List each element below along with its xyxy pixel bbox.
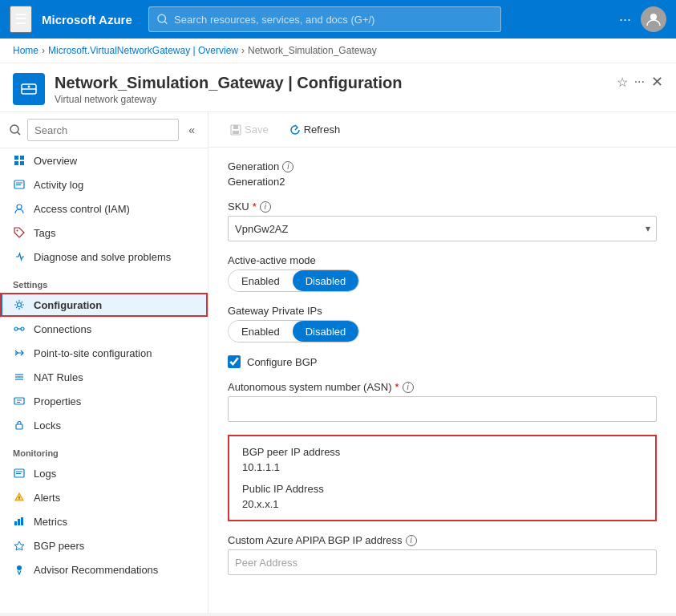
custom-apipa-bgp-input[interactable]: [228, 549, 657, 575]
logs-icon: [13, 467, 26, 480]
sidebar-search-bar: «: [0, 112, 208, 148]
svg-point-18: [14, 327, 18, 330]
page-header-left: Network_Simulation_Gateway | Configurati…: [13, 73, 402, 105]
asn-input[interactable]: 65533: [228, 396, 657, 422]
sidebar-item-locks[interactable]: Locks: [0, 413, 208, 437]
alerts-icon: [13, 491, 26, 504]
svg-point-17: [18, 303, 22, 307]
custom-apipa-bgp-label: Custom Azure APIPA BGP IP address i: [228, 534, 657, 546]
sidebar-item-bgp-peers[interactable]: BGP peers: [0, 533, 208, 557]
configure-bgp-label: Configure BGP: [247, 356, 317, 368]
active-active-disabled-button[interactable]: Disabled: [293, 270, 359, 291]
sidebar-item-connections[interactable]: Connections: [0, 317, 208, 341]
breadcrumb-overview[interactable]: Microsoft.VirtualNetworkGateway | Overvi…: [48, 45, 238, 56]
sidebar-item-tags[interactable]: Tags: [0, 221, 208, 245]
configure-bgp-checkbox[interactable]: [228, 355, 241, 368]
gateway-private-ips-label: Gateway Private IPs: [228, 305, 657, 317]
global-search-bar[interactable]: [148, 6, 501, 32]
more-options-button[interactable]: ···: [634, 75, 645, 89]
gateway-icon: [19, 79, 38, 99]
properties-icon: [13, 395, 26, 407]
hamburger-menu-button[interactable]: ☰: [10, 6, 32, 33]
sidebar-item-advisor[interactable]: Advisor Recommendations: [0, 557, 208, 582]
sidebar-item-properties[interactable]: Properties: [0, 389, 208, 413]
gateway-private-ips-disabled-button[interactable]: Disabled: [293, 321, 359, 342]
search-icon: [157, 14, 168, 25]
sidebar-item-configuration[interactable]: Configuration: [0, 293, 208, 317]
top-nav-right-actions: ···: [619, 6, 666, 32]
nat-rules-icon: [13, 371, 26, 383]
save-icon: [230, 124, 241, 136]
breadcrumb-current: Network_Simulation_Gateway: [248, 45, 377, 56]
bgp-info-box: BGP peer IP address 10.1.1.1 Public IP A…: [228, 435, 657, 521]
main-layout: « Overview Activity log Access control (…: [0, 112, 676, 613]
sku-select[interactable]: VpnGw2AZ: [228, 216, 657, 241]
active-active-enabled-button[interactable]: Enabled: [229, 270, 293, 291]
sku-row: SKU * i VpnGw2AZ ▾: [228, 201, 657, 241]
generation-info-icon[interactable]: i: [282, 161, 293, 172]
breadcrumb: Home › Microsoft.VirtualNetworkGateway |…: [0, 38, 676, 63]
advisor-icon: [13, 563, 26, 576]
asn-row: Autonomous system number (ASN) * i 65533: [228, 381, 657, 422]
sidebar-item-access-control[interactable]: Access control (IAM): [0, 197, 208, 221]
generation-row: Generation i Generation2: [228, 160, 657, 188]
user-avatar[interactable]: [641, 6, 666, 32]
sidebar-item-metrics[interactable]: Metrics: [0, 509, 208, 533]
monitoring-section-label: Monitoring: [0, 437, 208, 461]
sidebar-item-label: Activity log: [34, 179, 83, 191]
generation-label: Generation i: [228, 160, 657, 172]
save-button[interactable]: Save: [221, 119, 277, 140]
toolbar: Save Refresh: [208, 112, 676, 148]
sidebar-search-input[interactable]: [27, 119, 179, 141]
page-header: Network_Simulation_Gateway | Configurati…: [0, 63, 676, 112]
svg-rect-35: [21, 517, 23, 525]
sidebar-item-label: Tags: [34, 227, 55, 239]
sidebar-item-logs[interactable]: Logs: [0, 461, 208, 485]
form-content: Generation i Generation2 SKU * i VpnGw2A…: [208, 148, 676, 601]
page-title: Network_Simulation_Gateway | Configurati…: [55, 73, 402, 92]
sidebar-item-label: Logs: [34, 468, 56, 480]
favorite-button[interactable]: ☆: [617, 75, 628, 90]
generation-value: Generation2: [228, 176, 657, 188]
sidebar: « Overview Activity log Access control (…: [0, 112, 208, 613]
more-options-button[interactable]: ···: [619, 11, 631, 28]
sidebar-collapse-button[interactable]: «: [185, 122, 198, 138]
svg-point-19: [21, 327, 24, 330]
sidebar-item-activity-log[interactable]: Activity log: [0, 172, 208, 197]
svg-rect-34: [18, 519, 20, 525]
svg-rect-9: [20, 156, 24, 160]
sidebar-item-label: Connections: [34, 323, 91, 335]
user-icon: [646, 12, 661, 26]
custom-apipa-bgp-row: Custom Azure APIPA BGP IP address i: [228, 534, 657, 575]
svg-point-2: [650, 14, 657, 20]
tags-icon: [13, 226, 26, 239]
sku-info-icon[interactable]: i: [260, 201, 271, 213]
sidebar-item-diagnose[interactable]: Diagnose and solve problems: [0, 245, 208, 269]
asn-info-icon[interactable]: i: [403, 382, 414, 393]
sidebar-item-label: Metrics: [34, 516, 67, 528]
sidebar-item-point-to-site[interactable]: Point-to-site configuration: [0, 341, 208, 365]
global-search-input[interactable]: [174, 14, 492, 26]
sidebar-item-label: NAT Rules: [34, 371, 83, 383]
sidebar-item-nat-rules[interactable]: NAT Rules: [0, 365, 208, 389]
breadcrumb-home[interactable]: Home: [13, 45, 38, 56]
page-header-text: Network_Simulation_Gateway | Configurati…: [55, 73, 402, 105]
activity-log-icon: [13, 178, 26, 191]
configure-bgp-checkbox-row: Configure BGP: [228, 355, 657, 368]
svg-rect-39: [233, 131, 239, 134]
access-control-icon: [13, 202, 26, 215]
gateway-private-ips-enabled-button[interactable]: Enabled: [229, 321, 293, 342]
sidebar-item-alerts[interactable]: Alerts: [0, 485, 208, 509]
top-navigation: ☰ Microsoft Azure ···: [0, 0, 676, 38]
sidebar-item-overview[interactable]: Overview: [0, 148, 208, 172]
sidebar-item-label: Diagnose and solve problems: [34, 251, 171, 263]
page-subtitle: Virtual network gateway: [55, 94, 402, 105]
svg-point-32: [19, 499, 20, 500]
breadcrumb-separator-1: ›: [42, 45, 45, 56]
close-button[interactable]: ✕: [651, 73, 663, 91]
custom-apipa-info-icon[interactable]: i: [406, 535, 417, 546]
refresh-button[interactable]: Refresh: [281, 119, 350, 140]
page-header-actions: ☆ ··· ✕: [617, 73, 663, 91]
public-ip-value: 20.x.x.1: [242, 498, 642, 510]
public-ip-label: Public IP Address: [242, 483, 642, 495]
